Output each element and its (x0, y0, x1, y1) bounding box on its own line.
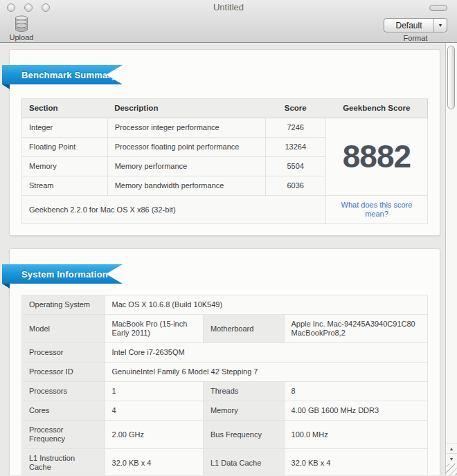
cell-score: 13264 (265, 138, 325, 157)
cell-label: Operating System (22, 295, 105, 315)
cell-section: Floating Point (22, 138, 108, 157)
scrollbar-track[interactable] (446, 43, 457, 443)
content-area: Benchmark Summary Section Description Sc… (0, 43, 457, 475)
format-dropdown[interactable]: Default ▼ (384, 18, 447, 33)
cell-description: Memory bandwidth performance (107, 176, 265, 196)
system-information-card: System Information Operating System Mac … (9, 248, 440, 475)
cell-value: 1 (105, 382, 203, 401)
column-header-score: Score (265, 99, 325, 118)
window-chrome: Untitled Upload Default (0, 0, 457, 43)
cell-description: Processor floating point performance (107, 138, 265, 157)
close-button[interactable] (7, 3, 15, 12)
cell-value: 4 (105, 401, 203, 421)
column-header-section: Section (22, 99, 108, 118)
cell-label: Bus Frequency (203, 421, 284, 449)
cell-value: 100.0 MHz (284, 421, 427, 449)
system-info-table: Operating System Mac OS X 10.6.8 (Build … (21, 295, 428, 475)
cell-value: Apple Inc. Mac-94245A3940C91C80 MacBookP… (284, 315, 427, 343)
traffic-lights (7, 3, 50, 12)
cell-label: Motherboard (203, 315, 284, 343)
table-row: Model MacBook Pro (15-inch Early 2011) M… (22, 315, 428, 343)
cell-description: Processor integer performance (107, 118, 265, 138)
scroll-up-icon: ▲ (449, 446, 454, 451)
cell-label: L1 Instruction Cache (22, 449, 105, 476)
cell-value: 2.00 GHz (105, 421, 203, 449)
benchmark-summary-banner: Benchmark Summary (2, 65, 123, 84)
system-information-banner: System Information (2, 264, 123, 284)
cell-value: 32.0 KB x 4 (284, 449, 427, 476)
column-header-description: Description (107, 99, 265, 118)
ribbon-fold (2, 84, 10, 89)
system-information-banner-text: System Information (21, 269, 108, 280)
cell-value: GenuineIntel Family 6 Model 42 Stepping … (105, 363, 427, 382)
geekbench-score-cell: 8882 (325, 118, 427, 196)
table-row: Processors 1 Threads 8 (22, 382, 428, 401)
chevron-down-icon: ▼ (433, 19, 447, 32)
format-control: Default ▼ Format (384, 18, 447, 42)
benchmark-summary-card: Benchmark Summary Section Description Sc… (9, 49, 440, 236)
table-row: Cores 4 Memory 4.00 GB 1600 MHz DDR3 (22, 401, 428, 421)
benchmark-version-text: Geekbench 2.2.0 for Mac OS X x86 (32-bit… (22, 196, 326, 224)
score-link-cell: What does this score mean? (325, 196, 427, 224)
cell-section: Stream (22, 176, 108, 196)
cell-label: Processor ID (22, 363, 105, 382)
table-row: Processor Intel Core i7-2635QM (22, 343, 428, 363)
geekbench-window: Untitled Upload Default (0, 0, 457, 476)
cell-label: Processors (22, 382, 105, 401)
table-row: Processor Frequency 2.00 GHz Bus Frequen… (22, 421, 428, 449)
cell-value: 32.0 KB x 4 (105, 449, 203, 476)
table-row: Operating System Mac OS X 10.6.8 (Build … (22, 295, 428, 315)
table-row: Integer Processor integer performance 72… (22, 118, 428, 138)
vertical-scrollbar[interactable]: ▲ ▼ (445, 43, 457, 475)
resize-grip[interactable] (446, 464, 457, 475)
scroll-up-button[interactable]: ▲ (446, 443, 457, 453)
cell-value: MacBook Pro (15-inch Early 2011) (105, 315, 203, 343)
upload-label: Upload (6, 33, 37, 42)
cell-value: Mac OS X 10.6.8 (Build 10K549) (105, 295, 427, 315)
table-row: Processor ID GenuineIntel Family 6 Model… (22, 363, 428, 382)
upload-button[interactable]: Upload (6, 15, 37, 42)
cell-label: Cores (22, 401, 105, 421)
column-header-geekbench-score: Geekbench Score (325, 99, 427, 118)
toolbar-toggle-button[interactable] (429, 5, 447, 11)
zoom-button[interactable] (42, 3, 50, 12)
benchmark-header-row: Section Description Score Geekbench Scor… (22, 99, 428, 118)
benchmark-footer-row: Geekbench 2.2.0 for Mac OS X x86 (32-bit… (22, 196, 428, 224)
cell-label: Processor Frequency (22, 421, 105, 449)
cell-label: Processor (22, 343, 105, 363)
cell-score: 6036 (265, 176, 325, 196)
titlebar: Untitled (0, 0, 457, 15)
benchmark-table: Section Description Score Geekbench Scor… (21, 98, 428, 224)
cell-section: Memory (22, 157, 108, 176)
cell-value: 4.00 GB 1600 MHz DDR3 (284, 401, 427, 421)
cell-label: L1 Data Cache (203, 449, 284, 476)
table-row: L1 Instruction Cache 32.0 KB x 4 L1 Data… (22, 449, 428, 476)
scroll-down-icon: ▼ (449, 457, 454, 461)
cell-label: Memory (203, 401, 284, 421)
cell-score: 7246 (265, 118, 325, 138)
geekbench-score-value: 8882 (333, 152, 420, 161)
cell-label: Model (22, 315, 105, 343)
score-info-link[interactable]: What does this score mean? (341, 201, 413, 218)
toolbar: Upload Default ▼ Format (0, 15, 457, 43)
scroll-view: Benchmark Summary Section Description Sc… (0, 43, 445, 475)
minimize-button[interactable] (24, 3, 33, 12)
scrollbar-thumb[interactable] (447, 46, 455, 109)
window-title: Untitled (0, 0, 457, 15)
scroll-down-button[interactable]: ▼ (446, 453, 457, 464)
cell-value: Intel Core i7-2635QM (105, 343, 427, 363)
cell-score: 5504 (265, 157, 325, 176)
cell-section: Integer (22, 118, 108, 138)
format-label: Format (384, 34, 447, 42)
database-icon (6, 15, 37, 33)
ribbon-fold (2, 284, 10, 289)
cell-label: Threads (203, 382, 284, 401)
cell-value: 8 (284, 382, 427, 401)
format-dropdown-value: Default (384, 21, 433, 30)
benchmark-summary-banner-text: Benchmark Summary (21, 70, 116, 80)
cell-description: Memory performance (107, 157, 265, 176)
